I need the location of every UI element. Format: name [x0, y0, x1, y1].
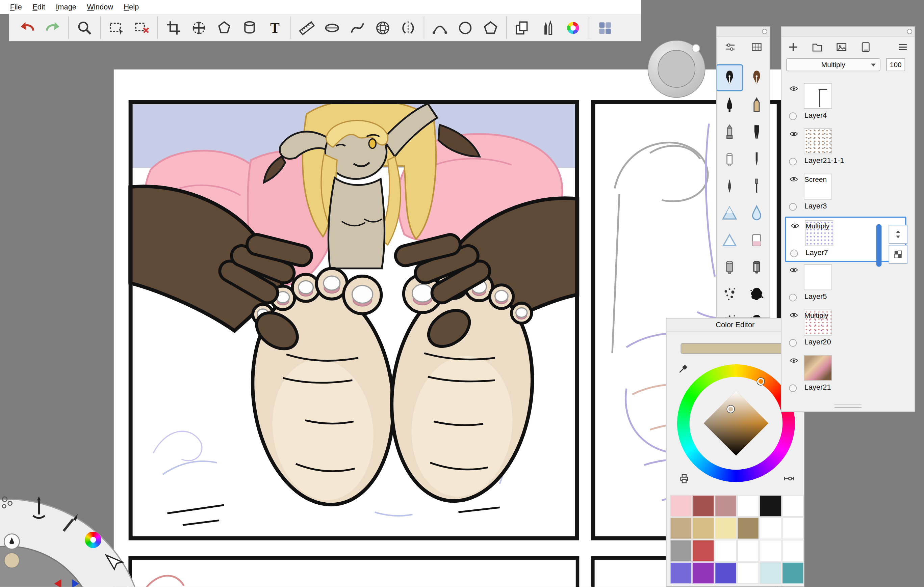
- menu-window[interactable]: Window: [82, 3, 119, 11]
- eyedropper-icon[interactable]: [678, 363, 689, 374]
- color-swatch[interactable]: [737, 540, 759, 562]
- brush-point-brush[interactable]: [716, 173, 743, 199]
- brush-blur-cylinder[interactable]: [716, 254, 743, 281]
- brush-fine-liner[interactable]: [743, 145, 770, 173]
- perspective-ruler-tool[interactable]: [370, 16, 396, 39]
- layer-thumbnail[interactable]: [804, 83, 832, 109]
- color-swatch[interactable]: [670, 540, 692, 562]
- zoom-tool[interactable]: [68, 16, 97, 39]
- layers-panel-titlebar[interactable]: [782, 27, 914, 37]
- layer-check-circle[interactable]: [789, 158, 797, 166]
- crop-tool[interactable]: [157, 16, 186, 39]
- layer-check-circle[interactable]: [789, 339, 797, 347]
- hue-slider-icon[interactable]: [783, 473, 795, 485]
- hue-selector-knob[interactable]: [757, 378, 764, 385]
- brush-triangle-outline[interactable]: [716, 227, 743, 254]
- layer-row[interactable]: Layer4: [785, 81, 906, 126]
- select-rect-tool[interactable]: [100, 16, 129, 39]
- layer-visibility-eye-icon[interactable]: [789, 265, 799, 274]
- radial-quick-menu[interactable]: [0, 488, 142, 587]
- layers-menu-button[interactable]: [897, 41, 909, 53]
- layer-visibility-eye-icon[interactable]: [789, 130, 799, 138]
- color-swatch[interactable]: [737, 562, 759, 584]
- brush-panel-titlebar[interactable]: [717, 27, 770, 37]
- layer-visibility-eye-icon[interactable]: [789, 356, 799, 365]
- brush-chisel-marker[interactable]: [743, 118, 770, 145]
- add-layer-button[interactable]: [787, 41, 799, 53]
- brush-pen[interactable]: [716, 64, 743, 91]
- layer-thumbnail[interactable]: [804, 264, 832, 290]
- color-swatch[interactable]: [715, 495, 737, 517]
- brush-scatter-dots-2[interactable]: [716, 308, 743, 318]
- color-swatch[interactable]: [782, 518, 804, 539]
- brush-panel-collapse-icon[interactable]: [762, 29, 767, 35]
- color-wheel-tool[interactable]: [560, 16, 586, 39]
- curve-tool[interactable]: [424, 16, 453, 39]
- layer-check-circle[interactable]: [789, 203, 797, 211]
- ellipse-ruler-tool[interactable]: [320, 16, 345, 39]
- color-swatch[interactable]: [692, 540, 714, 562]
- layer-check-circle[interactable]: [789, 384, 797, 392]
- printer-icon[interactable]: [678, 473, 690, 485]
- comic-panel-artwork[interactable]: [128, 100, 579, 541]
- color-swatch[interactable]: [715, 562, 737, 584]
- brush-eraser[interactable]: [743, 227, 770, 254]
- color-swatch[interactable]: [782, 495, 804, 517]
- pen-pair-tool[interactable]: [535, 16, 560, 39]
- hue-wheel[interactable]: [677, 364, 795, 482]
- layer-row[interactable]: Multiply Layer20: [785, 307, 906, 352]
- layer-alpha-lock-button[interactable]: [889, 245, 908, 264]
- layer-opacity-value[interactable]: 100: [886, 58, 905, 71]
- color-swatch[interactable]: [692, 518, 714, 539]
- layer-reorder-button[interactable]: [889, 225, 908, 244]
- polygon-tool[interactable]: [478, 16, 503, 39]
- layer-row[interactable]: Layer21-1-1: [785, 126, 906, 171]
- menu-file[interactable]: File: [5, 3, 27, 11]
- navigator-ball[interactable]: [648, 40, 706, 98]
- menu-help[interactable]: Help: [119, 3, 144, 11]
- layer-row[interactable]: Layer5: [785, 262, 906, 307]
- color-swatch[interactable]: [782, 562, 804, 584]
- color-swatch[interactable]: [782, 540, 804, 562]
- color-swatch[interactable]: [670, 495, 692, 517]
- layers-panel-collapse-icon[interactable]: [907, 29, 912, 35]
- color-swatch[interactable]: [670, 562, 692, 584]
- layer-check-circle[interactable]: [789, 294, 797, 302]
- layer-check-circle[interactable]: [789, 112, 797, 120]
- layer-visibility-eye-icon[interactable]: [789, 84, 799, 93]
- layer-page-button[interactable]: [860, 41, 872, 53]
- color-swatch[interactable]: [737, 518, 759, 539]
- color-chip-button[interactable]: [4, 552, 19, 568]
- layer-visibility-eye-icon[interactable]: [790, 221, 800, 230]
- brush-pen-brown[interactable]: [743, 64, 770, 91]
- blend-mode-select[interactable]: Multiply: [786, 58, 880, 71]
- brush-ink-splatter[interactable]: [743, 281, 770, 307]
- brush-pencil[interactable]: [743, 91, 770, 118]
- comic-panel-bottom-left[interactable]: [128, 556, 579, 587]
- color-swatch[interactable]: [737, 495, 759, 517]
- layer-row[interactable]: Screen Layer3: [785, 171, 906, 217]
- ellipse-tool[interactable]: [452, 16, 478, 39]
- symmetry-ruler-tool[interactable]: [396, 16, 421, 39]
- brush-watercolor-drop[interactable]: [743, 200, 770, 227]
- color-swatch[interactable]: [715, 518, 737, 539]
- layer-visibility-eye-icon[interactable]: [789, 311, 799, 319]
- layer-check-circle[interactable]: [790, 250, 798, 257]
- brush-settings-sliders-icon[interactable]: [724, 41, 736, 53]
- layer-row[interactable]: Multiply Layer7: [785, 217, 906, 262]
- menu-image[interactable]: Image: [51, 3, 82, 11]
- brush-white-marker[interactable]: [716, 145, 743, 173]
- layer-row[interactable]: Layer21: [785, 352, 906, 398]
- fill-bucket-tool[interactable]: [237, 16, 262, 39]
- color-swatch[interactable]: [715, 540, 737, 562]
- new-folder-button[interactable]: [812, 41, 823, 53]
- polygon-select-tool[interactable]: [211, 16, 237, 39]
- deselect-tool[interactable]: [129, 16, 154, 39]
- text-tool[interactable]: [262, 16, 287, 39]
- brush-needle-pen[interactable]: [743, 173, 770, 199]
- duplicate-tool[interactable]: [506, 16, 535, 39]
- brush-airbrush-pen[interactable]: [716, 118, 743, 145]
- swatch-grid-tool[interactable]: [589, 16, 618, 39]
- layer-visibility-eye-icon[interactable]: [789, 175, 799, 184]
- curve-ruler-tool[interactable]: [345, 16, 370, 39]
